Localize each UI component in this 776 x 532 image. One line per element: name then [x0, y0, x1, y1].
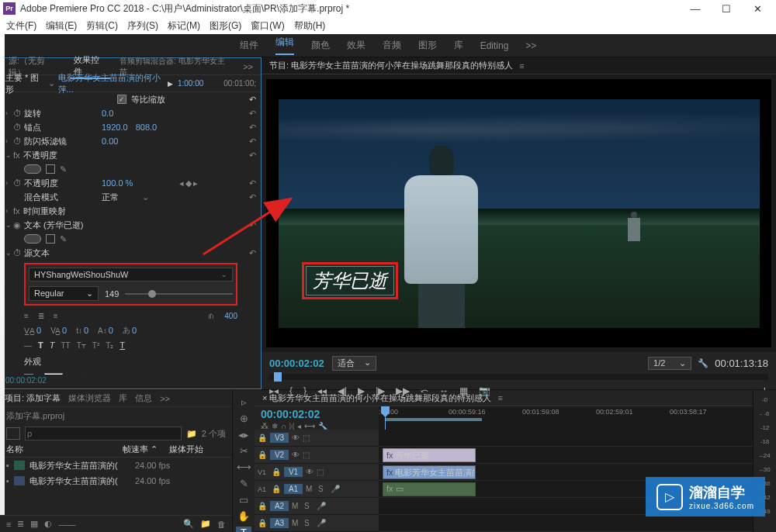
- pen-icon[interactable]: ✎: [60, 234, 67, 244]
- close-button[interactable]: ✕: [742, 0, 773, 17]
- graphic-clip[interactable]: fx芳华已逝: [383, 448, 476, 462]
- play-icon[interactable]: ▶: [168, 80, 173, 88]
- ripple-tool-icon[interactable]: ◂▸: [236, 429, 251, 440]
- overflow-icon[interactable]: >>: [160, 394, 170, 403]
- stopwatch-icon[interactable]: ⏱: [13, 123, 24, 132]
- opacity-value[interactable]: 100.0 %: [102, 178, 133, 188]
- track-name[interactable]: A3: [270, 518, 289, 528]
- fill-color-swatch[interactable]: [44, 373, 63, 375]
- col-start[interactable]: 媒体开始: [169, 444, 203, 455]
- menu-sequence[interactable]: 序列(S): [123, 19, 163, 33]
- new-bin-icon[interactable]: 📁: [200, 519, 211, 529]
- panel-menu-icon[interactable]: ≡: [519, 61, 524, 71]
- stopwatch-icon[interactable]: ⏱: [13, 136, 24, 146]
- eye-icon[interactable]: 👁: [292, 434, 300, 442]
- twirl-icon[interactable]: ⌄: [5, 221, 13, 229]
- effect-timecode[interactable]: 00:00:02:02: [1, 375, 261, 389]
- program-tab[interactable]: 节目: 电影芳华女主苗苗演的何小萍在操场跳舞那段真的特别感人: [269, 60, 513, 71]
- voice-icon[interactable]: 🎤: [331, 485, 340, 493]
- time-ruler[interactable]: :00:00 00:00:59:16 00:01:59:08 00:02:59:…: [379, 406, 753, 430]
- trash-icon[interactable]: 🗑: [217, 520, 226, 529]
- scale-lock-checkbox[interactable]: ✓: [117, 95, 126, 104]
- rectangle-tool-icon[interactable]: ▭: [236, 494, 251, 506]
- baseline-icon[interactable]: t↕ 0: [76, 326, 88, 335]
- panel-menu-icon[interactable]: ≡: [497, 393, 502, 402]
- workspace-assembly[interactable]: 组件: [240, 39, 258, 52]
- dropdown-icon[interactable]: ⌄: [142, 192, 149, 202]
- superscript-icon[interactable]: T²: [92, 341, 99, 350]
- menu-clip[interactable]: 剪辑(C): [81, 19, 123, 33]
- workspace-effects[interactable]: 效果: [347, 39, 365, 52]
- workspace-libraries[interactable]: 库: [454, 39, 463, 52]
- zoom-slider[interactable]: ——: [58, 520, 177, 529]
- reset-icon[interactable]: ↶: [249, 109, 256, 119]
- track-name[interactable]: A1: [284, 484, 303, 494]
- leading-value[interactable]: 400: [224, 312, 237, 320]
- menu-file[interactable]: 文件(F): [2, 19, 41, 33]
- icon-view-icon[interactable]: ≣: [17, 519, 24, 529]
- output-icon[interactable]: ⬚: [303, 434, 312, 442]
- faux-bold-icon[interactable]: —: [24, 341, 32, 350]
- pen-icon[interactable]: ✎: [60, 164, 67, 174]
- freeform-view-icon[interactable]: ▦: [30, 519, 38, 529]
- work-area-bar[interactable]: [385, 418, 482, 421]
- track-header-v1[interactable]: V1 🔒 V1 👁 ⬚: [255, 464, 379, 481]
- reset-icon[interactable]: ↶: [249, 95, 256, 105]
- find-icon[interactable]: 🔍: [183, 519, 194, 529]
- menu-help[interactable]: 帮助(H): [289, 19, 331, 33]
- eye-icon[interactable]: 👁: [292, 451, 300, 459]
- tab-info[interactable]: 信息: [135, 392, 152, 404]
- timeline-tab[interactable]: × 电影芳华女主苗苗演的何小萍在操场跳舞那段真的特别感人: [262, 392, 491, 404]
- eye-icon[interactable]: 👁: [306, 468, 314, 476]
- track-name[interactable]: V1: [284, 467, 303, 477]
- panel-menu-icon[interactable]: >>: [240, 62, 256, 71]
- fill-checkbox[interactable]: ✓: [24, 374, 33, 375]
- align-right-icon[interactable]: ≡: [54, 312, 58, 320]
- track-header-v2[interactable]: 🔒 V2 👁 ⬚: [255, 447, 379, 464]
- folder-icon[interactable]: 📁: [186, 429, 197, 439]
- workspace-overflow[interactable]: >>: [525, 40, 536, 51]
- underline-icon[interactable]: T: [120, 340, 125, 350]
- timeline-timecode[interactable]: 00:00:02:02: [261, 408, 372, 420]
- track-header-a2[interactable]: 🔒 A2 M S 🎤: [255, 498, 379, 515]
- lock-icon[interactable]: 🔒: [258, 502, 267, 510]
- solo-icon[interactable]: S: [304, 519, 314, 527]
- menu-graphics[interactable]: 图形(G): [205, 19, 246, 33]
- type-tool-icon[interactable]: T: [236, 527, 251, 532]
- minimize-button[interactable]: —: [680, 0, 711, 17]
- stopwatch-icon[interactable]: ⏱: [13, 248, 24, 257]
- clip-link[interactable]: 电影芳华女主苗苗演的何小萍...: [58, 72, 168, 95]
- track-header-a1[interactable]: A1 🔒 A1 M S 🎤: [255, 481, 379, 498]
- blend-value[interactable]: 正常: [102, 192, 119, 203]
- smallcaps-icon[interactable]: Tᴛ: [77, 341, 86, 350]
- mute-icon[interactable]: M: [292, 519, 301, 527]
- mute-icon[interactable]: M: [306, 485, 315, 493]
- bin-icon[interactable]: [6, 427, 20, 440]
- tab-media-browser[interactable]: 媒体浏览器: [68, 392, 111, 404]
- reset-icon[interactable]: ↶: [249, 123, 256, 133]
- settings-icon[interactable]: 🔧: [698, 358, 708, 368]
- mask-rect-icon[interactable]: [46, 234, 55, 244]
- reset-icon[interactable]: ↶: [249, 136, 256, 147]
- maximize-button[interactable]: ☐: [711, 0, 742, 17]
- rotation-value[interactable]: 0.0: [102, 109, 113, 118]
- track-name[interactable]: V3: [270, 433, 289, 443]
- voice-icon[interactable]: 🎤: [317, 502, 326, 510]
- flicker-value[interactable]: 0.00: [102, 136, 118, 146]
- twirl-icon[interactable]: ›: [5, 207, 13, 215]
- kf-next-icon[interactable]: ▸: [193, 178, 198, 188]
- resolution-select[interactable]: 1/2⌄: [648, 357, 691, 370]
- italic-icon[interactable]: T: [50, 340, 55, 350]
- mute-icon[interactable]: M: [292, 502, 301, 510]
- program-monitor[interactable]: 芳华已逝: [266, 79, 771, 347]
- col-name[interactable]: 名称: [6, 444, 123, 455]
- video-clip[interactable]: fx电影芳华女主苗苗演的何小: [383, 465, 476, 479]
- font-size-value[interactable]: 149: [105, 289, 119, 299]
- twirl-icon[interactable]: ⌄: [5, 249, 13, 257]
- lock-icon[interactable]: 🔒: [258, 451, 267, 459]
- menu-window[interactable]: 窗口(W): [246, 19, 289, 33]
- fit-select[interactable]: 适合⌄: [332, 356, 376, 371]
- workspace-audio[interactable]: 音频: [383, 39, 401, 52]
- kf-add-icon[interactable]: ◆: [185, 178, 192, 188]
- mask-ellipse-icon[interactable]: [24, 234, 41, 244]
